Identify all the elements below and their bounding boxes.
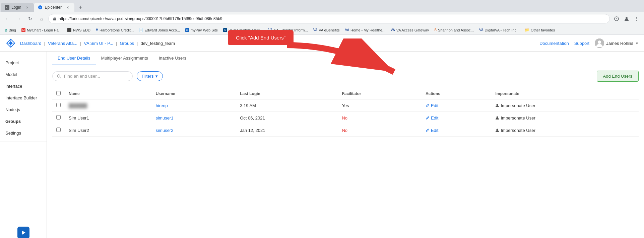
sidebar-label-project: Project (5, 60, 19, 65)
bookmark-favicon-va-access: VA (391, 28, 395, 32)
bookmark-harborstone[interactable]: H Harborstone Credit... (94, 27, 136, 33)
more-options-icon[interactable]: ⋮ (632, 14, 641, 23)
sidebar-item-interface-builder[interactable]: Interface Builder (0, 92, 47, 104)
tab-login[interactable]: L Login ✕ (1, 3, 34, 12)
filters-label: Filters (142, 74, 153, 79)
bookmark-va-access[interactable]: VA VA Access Gateway (389, 27, 431, 33)
bookmark-va-ebenefits[interactable]: VA VA eBenefits (311, 27, 342, 33)
row1-impersonate-link[interactable]: Impersonate User (495, 103, 635, 108)
tab-close-epicenter[interactable]: ✕ (65, 5, 70, 10)
breadcrumb-dashboard[interactable]: Dashboard (20, 41, 42, 46)
tab-label-epicenter: Epicenter (45, 5, 62, 10)
sidebar-item-interface[interactable]: Interface (0, 80, 47, 92)
svg-text:L: L (6, 6, 8, 9)
sidebar-item-project[interactable]: Project (0, 57, 47, 69)
sidebar-item-nodejs[interactable]: Node.js (0, 104, 47, 115)
logo-icon (5, 38, 16, 49)
bookmark-label-va-vendor: VA - Vendor Inform... (274, 28, 308, 32)
search-input[interactable] (64, 74, 128, 79)
forward-button[interactable]: → (14, 14, 23, 23)
row2-edit-link[interactable]: Edit (426, 115, 488, 121)
table-body: ██████ hirenp 3:19 AM Yes (52, 99, 639, 137)
tab-label-end-user-details: End User Details (58, 56, 90, 61)
bookmark-va-vendor[interactable]: VA VA - Vendor Inform... (266, 27, 310, 33)
new-tab-button[interactable]: + (76, 3, 85, 12)
bookmark-bing[interactable]: B Bing (3, 27, 18, 33)
bookmark-mychart[interactable]: M MyChart - Login Pa... (19, 27, 64, 33)
bookmark-favicon-mychart: M (21, 28, 25, 32)
row2-actions: Edit (422, 112, 492, 124)
breadcrumb-groups[interactable]: Groups (120, 41, 134, 46)
table-header-username: Username (152, 88, 236, 99)
svg-text:E: E (40, 6, 41, 9)
run-project-icon (20, 229, 27, 236)
bookmark-label-shannon: Shannon and Assoc... (438, 28, 474, 32)
user-menu[interactable]: James Rollins ▼ (595, 38, 639, 48)
app-logo[interactable] (5, 38, 16, 49)
row1-checkbox[interactable] (56, 103, 61, 107)
table-header-facilitator: Facilitator (338, 88, 421, 99)
search-box[interactable] (52, 71, 133, 81)
support-link[interactable]: Support (574, 41, 590, 46)
bookmark-usaa[interactable]: U USAA Military Hom... (221, 27, 265, 33)
bookmark-mypay[interactable]: m myPay Web Site (183, 27, 220, 33)
row2-checkbox-cell (52, 112, 65, 124)
address-bar[interactable]: https://forio.com/epicenter/va/va-psd-si… (48, 14, 610, 23)
tab-inactive-users[interactable]: Inactive Users (153, 52, 192, 65)
edit-icon-row1 (426, 103, 430, 107)
tab-end-user-details[interactable]: End User Details (52, 52, 96, 65)
home-button[interactable]: ⌂ (37, 14, 46, 23)
filters-button[interactable]: Filters ▾ (137, 71, 163, 81)
bookmark-favicon-va-vendor: VA (268, 28, 273, 32)
row1-name-value: ██████ (69, 103, 88, 108)
row2-impersonate-link[interactable]: Impersonate User (495, 115, 635, 121)
sidebar-item-model[interactable]: Model (0, 69, 47, 80)
add-end-users-button[interactable]: Add End Users (597, 71, 639, 82)
table-row: Sim User1 simuser1 Oct 06, 2021 No (52, 112, 639, 124)
table-header-actions: Actions (422, 88, 492, 99)
bookmark-favicon-harborstone: H (96, 28, 98, 32)
filters-chevron: ▾ (155, 74, 158, 79)
bookmark-nws[interactable]: ⬛ NWS EDD (65, 27, 92, 33)
refresh-button[interactable]: ↻ (25, 14, 35, 23)
row3-checkbox[interactable] (56, 128, 61, 132)
run-project-button[interactable] (17, 227, 29, 238)
sidebar-label-settings: Settings (5, 131, 21, 136)
bookmark-label-harborstone: Harborstone Credit... (100, 28, 134, 32)
breadcrumb: Dashboard | Veterans Affa... | VA Sim UI… (20, 41, 539, 46)
bookmark-other-favorites[interactable]: 📁 Other favorites (523, 27, 557, 33)
profile-icon[interactable] (622, 14, 631, 23)
back-button[interactable]: ← (3, 14, 12, 23)
sidebar-item-settings[interactable]: Settings (0, 127, 47, 139)
breadcrumb-va-sim[interactable]: VA Sim UI - P... (84, 41, 113, 46)
extensions-icon[interactable] (612, 14, 621, 23)
documentation-link[interactable]: Documentation (539, 41, 569, 46)
bookmark-favicon-digitalva: VA (479, 28, 484, 32)
sidebar-label-groups: Groups (5, 119, 21, 124)
row2-checkbox[interactable] (56, 115, 61, 120)
row3-username-link[interactable]: simuser2 (156, 128, 174, 133)
row3-edit-link[interactable]: Edit (426, 128, 488, 133)
tab-close-login[interactable]: ✕ (24, 5, 30, 10)
row1-last-login-value: 3:19 AM (240, 103, 256, 108)
bookmark-shannon[interactable]: S Shannon and Assoc... (432, 27, 476, 33)
row2-username-link[interactable]: simuser1 (156, 115, 174, 121)
tab-epicenter[interactable]: E Epicenter ✕ (34, 3, 74, 12)
bookmark-favicon-edwardjones: 📄 (139, 28, 143, 32)
row1-name: ██████ (65, 99, 152, 112)
row2-last-login-value: Oct 06, 2021 (240, 115, 265, 121)
sidebar-item-groups[interactable]: Groups (0, 115, 47, 127)
select-all-checkbox[interactable] (56, 91, 61, 95)
bookmark-edwardjones[interactable]: 📄 Edward Jones Acco... (137, 27, 182, 33)
row3-name-value: Sim User2 (69, 128, 89, 133)
row3-impersonate-link[interactable]: Impersonate User (495, 128, 635, 133)
sidebar: Project Model Interface Interface Builde… (0, 52, 47, 238)
breadcrumb-veterans[interactable]: Veterans Affa... (48, 41, 77, 46)
row1-username-link[interactable]: hirenp (156, 103, 168, 108)
search-filter-row: Filters ▾ Add End Users (52, 71, 639, 82)
impersonate-icon-row2 (495, 116, 499, 120)
row1-edit-link[interactable]: Edit (426, 103, 488, 108)
tab-multiplayer-assignments[interactable]: Multiplayer Assignments (96, 52, 153, 65)
bookmark-va-healthe[interactable]: VA Home - My Healthe... (343, 27, 387, 33)
bookmark-digitalva[interactable]: VA DigitalVA - Tech Inc... (477, 27, 521, 33)
